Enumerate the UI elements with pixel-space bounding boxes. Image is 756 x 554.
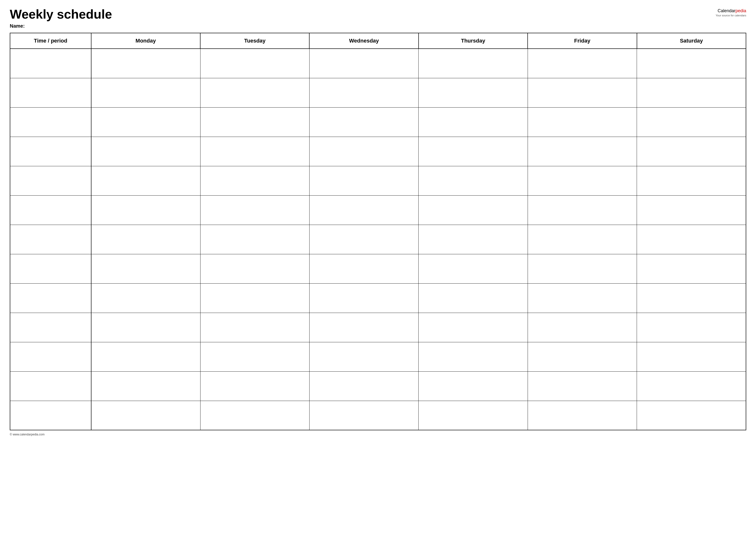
header-friday: Friday <box>528 33 637 49</box>
day-cell[interactable] <box>309 49 418 78</box>
day-cell[interactable] <box>528 137 637 166</box>
day-cell[interactable] <box>528 313 637 342</box>
day-cell[interactable] <box>91 371 200 401</box>
day-cell[interactable] <box>91 401 200 430</box>
time-cell[interactable] <box>10 254 91 283</box>
time-cell[interactable] <box>10 283 91 313</box>
time-cell[interactable] <box>10 107 91 137</box>
header-thursday: Thursday <box>419 33 528 49</box>
day-cell[interactable] <box>309 283 418 313</box>
day-cell[interactable] <box>528 225 637 254</box>
time-cell[interactable] <box>10 137 91 166</box>
day-cell[interactable] <box>91 225 200 254</box>
day-cell[interactable] <box>419 225 528 254</box>
time-cell[interactable] <box>10 49 91 78</box>
time-cell[interactable] <box>10 166 91 196</box>
day-cell[interactable] <box>528 371 637 401</box>
day-cell[interactable] <box>200 196 309 225</box>
time-cell[interactable] <box>10 342 91 371</box>
day-cell[interactable] <box>91 49 200 78</box>
day-cell[interactable] <box>637 371 746 401</box>
day-cell[interactable] <box>200 166 309 196</box>
day-cell[interactable] <box>419 107 528 137</box>
day-cell[interactable] <box>91 166 200 196</box>
day-cell[interactable] <box>419 254 528 283</box>
day-cell[interactable] <box>91 254 200 283</box>
day-cell[interactable] <box>637 137 746 166</box>
day-cell[interactable] <box>528 342 637 371</box>
day-cell[interactable] <box>200 342 309 371</box>
day-cell[interactable] <box>200 225 309 254</box>
day-cell[interactable] <box>200 254 309 283</box>
day-cell[interactable] <box>528 78 637 107</box>
time-cell[interactable] <box>10 196 91 225</box>
header-saturday: Saturday <box>637 33 746 49</box>
day-cell[interactable] <box>637 225 746 254</box>
day-cell[interactable] <box>200 371 309 401</box>
day-cell[interactable] <box>91 107 200 137</box>
day-cell[interactable] <box>419 137 528 166</box>
day-cell[interactable] <box>91 196 200 225</box>
day-cell[interactable] <box>200 107 309 137</box>
time-cell[interactable] <box>10 371 91 401</box>
day-cell[interactable] <box>528 401 637 430</box>
day-cell[interactable] <box>419 283 528 313</box>
table-row <box>10 401 746 430</box>
day-cell[interactable] <box>309 107 418 137</box>
table-row <box>10 342 746 371</box>
day-cell[interactable] <box>91 137 200 166</box>
day-cell[interactable] <box>200 49 309 78</box>
header-time: Time / period <box>10 33 91 49</box>
day-cell[interactable] <box>309 401 418 430</box>
day-cell[interactable] <box>528 196 637 225</box>
time-cell[interactable] <box>10 313 91 342</box>
day-cell[interactable] <box>637 49 746 78</box>
day-cell[interactable] <box>528 49 637 78</box>
day-cell[interactable] <box>637 78 746 107</box>
day-cell[interactable] <box>309 225 418 254</box>
day-cell[interactable] <box>637 254 746 283</box>
day-cell[interactable] <box>309 196 418 225</box>
day-cell[interactable] <box>637 401 746 430</box>
day-cell[interactable] <box>309 78 418 107</box>
day-cell[interactable] <box>528 283 637 313</box>
time-cell[interactable] <box>10 225 91 254</box>
day-cell[interactable] <box>419 313 528 342</box>
day-cell[interactable] <box>419 49 528 78</box>
day-cell[interactable] <box>91 313 200 342</box>
day-cell[interactable] <box>91 283 200 313</box>
day-cell[interactable] <box>309 166 418 196</box>
day-cell[interactable] <box>200 78 309 107</box>
day-cell[interactable] <box>637 107 746 137</box>
day-cell[interactable] <box>637 283 746 313</box>
day-cell[interactable] <box>309 137 418 166</box>
day-cell[interactable] <box>91 78 200 107</box>
day-cell[interactable] <box>309 371 418 401</box>
day-cell[interactable] <box>528 166 637 196</box>
time-cell[interactable] <box>10 401 91 430</box>
day-cell[interactable] <box>309 254 418 283</box>
day-cell[interactable] <box>91 342 200 371</box>
day-cell[interactable] <box>419 342 528 371</box>
day-cell[interactable] <box>419 196 528 225</box>
day-cell[interactable] <box>200 283 309 313</box>
day-cell[interactable] <box>528 254 637 283</box>
day-cell[interactable] <box>637 342 746 371</box>
table-row <box>10 196 746 225</box>
day-cell[interactable] <box>419 166 528 196</box>
day-cell[interactable] <box>419 401 528 430</box>
day-cell[interactable] <box>200 313 309 342</box>
logo: Calendarpedia Your source for calendars <box>716 8 746 17</box>
day-cell[interactable] <box>419 78 528 107</box>
day-cell[interactable] <box>637 313 746 342</box>
day-cell[interactable] <box>309 313 418 342</box>
day-cell[interactable] <box>200 137 309 166</box>
day-cell[interactable] <box>419 371 528 401</box>
day-cell[interactable] <box>637 196 746 225</box>
time-cell[interactable] <box>10 78 91 107</box>
day-cell[interactable] <box>200 401 309 430</box>
day-cell[interactable] <box>309 342 418 371</box>
day-cell[interactable] <box>528 107 637 137</box>
page-header: Weekly schedule Calendarpedia Your sourc… <box>10 7 746 21</box>
day-cell[interactable] <box>637 166 746 196</box>
